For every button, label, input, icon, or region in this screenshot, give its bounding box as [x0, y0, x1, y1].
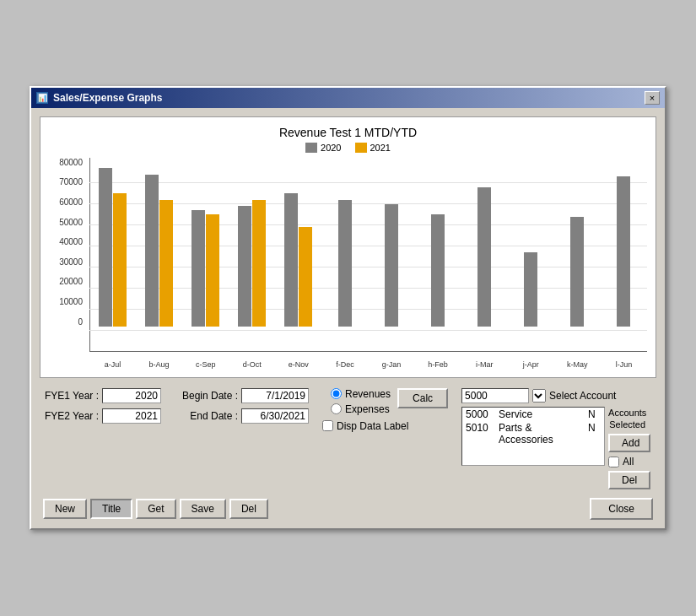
bar-group-oct	[229, 200, 275, 327]
x-label-dec: f-Dec	[321, 360, 368, 369]
legend-box-2020	[305, 143, 317, 153]
bar-2021-nov	[299, 227, 312, 327]
x-label-apr: j-Apr	[508, 360, 554, 369]
begin-date-label: Begin Date :	[175, 390, 238, 402]
chart-area: 80000 70000 60000 50000 40000 30000 2000…	[49, 158, 647, 352]
bar-group-sep	[182, 210, 229, 327]
bar-2020-may	[570, 217, 584, 327]
expenses-label: Expenses	[345, 403, 390, 415]
bar-2020-mar	[477, 187, 491, 327]
end-date-input[interactable]	[241, 408, 309, 424]
account-item-5000[interactable]: 5000 Service N	[462, 408, 604, 421]
bar-group-jul	[89, 168, 136, 327]
all-checkbox-row: All	[608, 456, 634, 467]
x-label-jan: g-Jan	[368, 360, 414, 369]
del-button[interactable]: Del	[229, 499, 268, 519]
expenses-radio[interactable]	[331, 403, 342, 414]
bar-group-feb	[415, 214, 461, 327]
x-labels: a-Jul b-Aug c-Sep d-Oct e-Nov f-Dec g-Ja…	[89, 360, 647, 369]
account-dropdown[interactable]	[532, 389, 546, 403]
bar-2020-dec	[338, 200, 352, 327]
begin-date-input[interactable]	[241, 388, 309, 403]
bar-group-jun	[601, 176, 647, 327]
chart-title: Revenue Test 1 MTD/YTD	[49, 126, 647, 139]
account-list[interactable]: 5000 Service N 5010 Parts & Accessories …	[461, 407, 605, 466]
x-label-oct: d-Oct	[229, 360, 275, 369]
bar-2020-apr	[524, 252, 537, 327]
legend-label-2020: 2020	[321, 143, 341, 153]
accounts-buttons-panel: AccountsSelected Add All Del	[608, 407, 650, 490]
save-button[interactable]: Save	[180, 499, 226, 519]
bar-2021-sep	[206, 214, 219, 327]
x-label-aug: b-Aug	[136, 360, 182, 369]
x-label-jul: a-Jul	[89, 360, 136, 369]
calc-button[interactable]: Calc	[397, 388, 448, 408]
x-label-nov: e-Nov	[275, 360, 321, 369]
window-title: Sales/Expense Graphs	[53, 92, 162, 104]
add-account-button[interactable]: Add	[608, 434, 650, 452]
expenses-radio-item: Expenses	[331, 403, 391, 415]
all-label: All	[623, 456, 634, 467]
account-number-input[interactable]	[461, 388, 529, 403]
account-item-5010[interactable]: 5010 Parts & Accessories N	[462, 421, 604, 446]
bottom-buttons: New Title Get Save Del Close	[40, 498, 656, 520]
bar-2020-nov	[284, 193, 298, 327]
disp-data-label-checkbox[interactable]	[322, 420, 333, 431]
disp-data-label: Disp Data Label	[337, 420, 408, 432]
end-date-row: End Date :	[175, 408, 309, 424]
fye2-row: FYE2 Year :	[40, 408, 161, 424]
y-axis: 80000 70000 60000 50000 40000 30000 2000…	[49, 158, 87, 327]
form-left-panel: FYE1 Year : FYE2 Year :	[40, 388, 161, 424]
bar-group-mar	[461, 187, 508, 327]
bar-2020-feb	[431, 214, 445, 327]
chart-legend: 2020 2021	[49, 143, 647, 153]
title-bar-left: 📊 Sales/Expense Graphs	[36, 92, 162, 104]
bar-2020-sep	[192, 210, 205, 327]
bar-2020-jun	[617, 176, 630, 327]
accounts-selected-label: AccountsSelected	[608, 407, 646, 431]
get-button[interactable]: Get	[136, 499, 175, 519]
fye2-input[interactable]	[102, 408, 161, 424]
select-account-label: Select Account	[549, 390, 616, 402]
fye2-label: FYE2 Year :	[40, 410, 99, 422]
revenues-radio[interactable]	[331, 388, 342, 399]
legend-item-2020: 2020	[305, 143, 341, 153]
accounts-panel: Select Account 5000 Service N 5010 Parts…	[461, 388, 650, 490]
revenues-label: Revenues	[345, 388, 391, 400]
fye1-input[interactable]	[102, 388, 161, 403]
mid-section: FYE1 Year : FYE2 Year : Begin Date : End…	[40, 388, 656, 490]
bar-group-nov	[275, 193, 321, 327]
bar-2020-oct	[238, 206, 251, 327]
all-checkbox[interactable]	[608, 457, 619, 467]
del-account-button[interactable]: Del	[608, 471, 650, 489]
legend-item-2021: 2021	[355, 143, 391, 153]
x-axis-line	[89, 351, 647, 352]
main-window: 📊 Sales/Expense Graphs × Revenue Test 1 …	[30, 86, 666, 531]
chart-container: Revenue Test 1 MTD/YTD 2020 2021 80000 7…	[40, 116, 656, 378]
bar-group-jan	[368, 204, 414, 327]
title-button[interactable]: Title	[90, 499, 132, 519]
date-panel: Begin Date : End Date :	[175, 388, 309, 424]
bar-2021-aug	[159, 200, 173, 327]
legend-box-2021	[355, 143, 367, 153]
x-label-may: k-May	[554, 360, 601, 369]
close-button[interactable]: Close	[590, 498, 653, 520]
end-date-label: End Date :	[175, 410, 238, 422]
window-icon: 📊	[36, 92, 48, 104]
revenues-radio-item: Revenues	[331, 388, 391, 400]
bar-group-aug	[136, 175, 182, 327]
bar-2021-jul	[113, 193, 127, 327]
radio-group: Revenues Expenses	[322, 388, 391, 415]
bar-group-apr	[508, 252, 554, 327]
x-label-feb: h-Feb	[415, 360, 461, 369]
bars-wrapper	[89, 158, 647, 327]
new-button[interactable]: New	[43, 499, 87, 519]
action-buttons-group: New Title Get Save Del	[43, 499, 268, 519]
title-bar: 📊 Sales/Expense Graphs ×	[31, 88, 665, 108]
disp-label-row: Disp Data Label	[322, 420, 408, 432]
window-close-button[interactable]: ×	[645, 91, 660, 105]
bar-group-dec	[321, 200, 368, 327]
bar-2020-aug	[145, 175, 159, 327]
x-label-jun: l-Jun	[601, 360, 647, 369]
begin-date-row: Begin Date :	[175, 388, 309, 403]
